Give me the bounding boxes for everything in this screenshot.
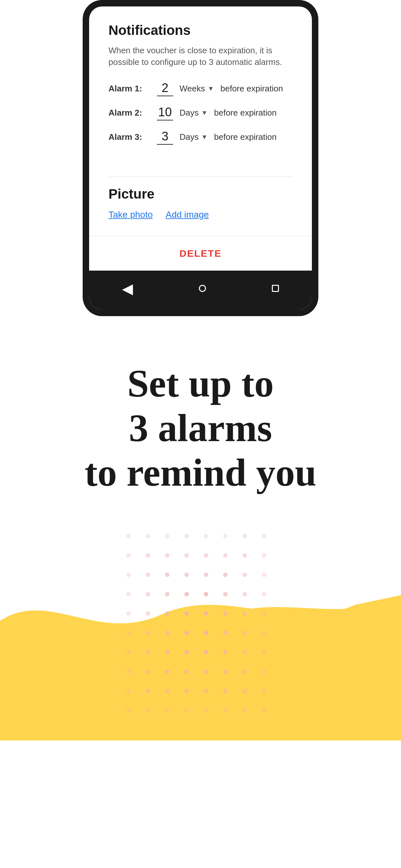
dot	[262, 592, 266, 596]
nav-recents-icon[interactable]	[272, 285, 279, 292]
dot	[184, 592, 189, 596]
dot	[223, 572, 227, 577]
dot	[126, 534, 131, 538]
dot	[184, 534, 189, 538]
dot	[243, 611, 247, 616]
dot	[126, 650, 131, 655]
dot	[146, 592, 150, 596]
picture-title: Picture	[109, 186, 292, 202]
dots-container	[126, 534, 275, 721]
dot	[146, 631, 150, 635]
nav-back-icon[interactable]: ◀	[122, 280, 133, 297]
alarm-1-dropdown-icon[interactable]: ▼	[208, 85, 214, 92]
alarm-1-unit-container: Weeks ▼	[180, 84, 214, 94]
dot	[243, 631, 247, 635]
dot	[165, 592, 169, 596]
alarm-row-2: Alarm 2: 10 Days ▼ before expiration	[109, 105, 292, 120]
dot	[146, 689, 150, 693]
dot	[262, 553, 266, 558]
dot	[262, 708, 266, 713]
dot	[243, 650, 247, 655]
notifications-section: Notifications When the voucher is close …	[109, 23, 292, 166]
picture-section: Picture Take photo Add image	[109, 176, 292, 220]
dot	[146, 650, 150, 655]
dot	[165, 611, 169, 616]
dot	[184, 708, 189, 713]
alarm-1-label: Alarm 1:	[109, 84, 150, 94]
dot	[243, 553, 247, 558]
picture-buttons: Take photo Add image	[109, 210, 292, 220]
dot	[223, 631, 227, 635]
notifications-title: Notifications	[109, 23, 292, 38]
dot	[204, 670, 208, 674]
alarm-1-unit: Weeks	[180, 84, 205, 94]
dot	[243, 689, 247, 693]
dot	[262, 670, 266, 674]
dot	[165, 631, 169, 635]
dot	[184, 572, 189, 577]
phone-mockup: Notifications When the voucher is close …	[83, 0, 318, 316]
dot	[223, 708, 227, 713]
alarm-2-number: 10	[157, 105, 173, 120]
dot	[165, 534, 169, 538]
nav-home-icon[interactable]	[199, 285, 206, 292]
dot	[223, 553, 227, 558]
dot	[165, 689, 169, 693]
dot	[262, 611, 266, 616]
dot	[204, 650, 208, 655]
dot	[204, 708, 208, 713]
dot	[223, 670, 227, 674]
phone-screen: Notifications When the voucher is close …	[89, 6, 312, 310]
take-photo-button[interactable]: Take photo	[109, 210, 153, 220]
headline-section: Set up to 3 alarms to remind you	[0, 342, 401, 515]
dot	[223, 611, 227, 616]
headline-text: Set up to 3 alarms to remind you	[26, 361, 375, 495]
phone-section: Notifications When the voucher is close …	[0, 0, 401, 316]
dot	[126, 689, 131, 693]
alarm-2-unit-container: Days ▼	[180, 108, 208, 118]
dot	[126, 572, 131, 577]
add-image-button[interactable]: Add image	[166, 210, 209, 220]
dot	[146, 553, 150, 558]
dot	[223, 650, 227, 655]
phone-nav: ◀	[89, 271, 312, 310]
dot	[243, 670, 247, 674]
dot	[184, 611, 189, 616]
dot	[204, 553, 208, 558]
dot	[204, 689, 208, 693]
delete-button[interactable]: DELETE	[180, 248, 221, 259]
dot	[165, 670, 169, 674]
alarm-3-suffix: before expiration	[214, 132, 292, 142]
dot	[165, 572, 169, 577]
alarm-1-suffix: before expiration	[220, 84, 292, 94]
dots-section	[0, 515, 401, 740]
dot	[126, 553, 131, 558]
dot	[165, 708, 169, 713]
alarm-3-unit: Days	[180, 132, 198, 142]
dot	[223, 534, 227, 538]
dot	[243, 708, 247, 713]
dot	[262, 650, 266, 655]
dot	[184, 689, 189, 693]
dot	[262, 534, 266, 538]
alarm-row-3: Alarm 3: 3 Days ▼ before expiration	[109, 129, 292, 145]
dot	[146, 670, 150, 674]
alarm-3-dropdown-icon[interactable]: ▼	[201, 133, 208, 141]
headline-line3: to remind you	[85, 451, 316, 494]
dot	[204, 534, 208, 538]
phone-content: Notifications When the voucher is close …	[89, 6, 312, 220]
alarm-row-1: Alarm 1: 2 Weeks ▼ before expiration	[109, 81, 292, 96]
dot	[204, 592, 208, 596]
notifications-description: When the voucher is close to expiration,…	[109, 44, 292, 68]
alarm-3-unit-container: Days ▼	[180, 132, 208, 142]
delete-bar: DELETE	[89, 236, 312, 271]
alarm-2-dropdown-icon[interactable]: ▼	[201, 109, 208, 117]
dot	[126, 631, 131, 635]
alarm-2-label: Alarm 2:	[109, 108, 150, 118]
dot	[262, 631, 266, 635]
dot	[243, 572, 247, 577]
dot	[223, 689, 227, 693]
alarm-2-unit: Days	[180, 108, 198, 118]
dot	[184, 650, 189, 655]
dot	[184, 553, 189, 558]
